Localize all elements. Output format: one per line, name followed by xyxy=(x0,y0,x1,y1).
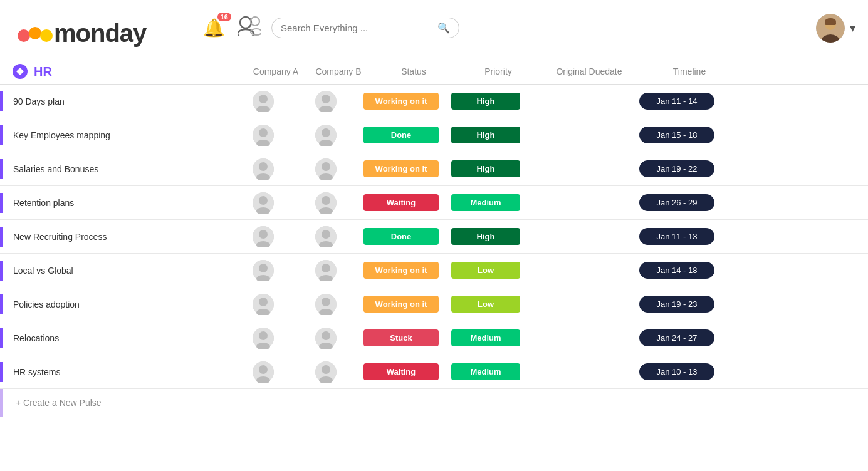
priority-badge-6: Low xyxy=(451,296,520,313)
cell-company-b-7[interactable] xyxy=(295,328,357,349)
col-header-duedate: Original Duedate xyxy=(539,66,639,76)
cell-company-a-3[interactable] xyxy=(232,192,295,214)
board-type-icon xyxy=(15,66,25,76)
cell-company-b-2[interactable] xyxy=(295,158,357,180)
col-header-company-b: Company B xyxy=(307,66,370,76)
cell-status-7[interactable]: Stuck xyxy=(357,329,445,346)
cell-timeline-1[interactable]: Jan 15 - 18 xyxy=(627,127,727,143)
cell-company-b-6[interactable] xyxy=(295,294,357,315)
svg-point-39 xyxy=(259,230,268,239)
cell-timeline-8[interactable]: Jan 10 - 13 xyxy=(627,363,727,380)
svg-point-45 xyxy=(259,264,268,272)
person-avatar-a-2 xyxy=(253,158,274,180)
cell-company-a-8[interactable] xyxy=(232,361,295,383)
cell-status-0[interactable]: Working on it xyxy=(357,93,445,110)
timeline-badge-8: Jan 10 - 13 xyxy=(639,363,714,380)
cell-status-2[interactable]: Working on it xyxy=(357,160,445,177)
cell-priority-7[interactable]: Medium xyxy=(445,329,526,346)
cell-status-6[interactable]: Working on it xyxy=(357,296,445,313)
status-badge-5: Working on it xyxy=(363,262,439,279)
cell-company-b-4[interactable] xyxy=(295,226,357,247)
cell-company-a-6[interactable] xyxy=(232,294,295,315)
cell-priority-6[interactable]: Low xyxy=(445,296,526,313)
cell-company-a-0[interactable] xyxy=(232,91,295,112)
cell-status-8[interactable]: Waiting xyxy=(357,363,445,380)
table-row[interactable]: New Recruiting Process Done High xyxy=(0,220,868,254)
cell-status-3[interactable]: Waiting xyxy=(357,194,445,211)
cell-priority-1[interactable]: High xyxy=(445,127,526,143)
status-badge-6: Working on it xyxy=(363,296,439,313)
board-container: HR Company A Company B Status Priority O… xyxy=(0,56,868,417)
person-avatar-b-6 xyxy=(315,294,337,315)
timeline-badge-4: Jan 11 - 13 xyxy=(639,228,714,245)
table-row[interactable]: Relocations Stuck Medium xyxy=(0,321,868,355)
table-row[interactable]: Key Employees mapping Done High xyxy=(0,118,868,152)
create-pulse-label[interactable]: + Create a New Pulse xyxy=(16,398,102,408)
cell-timeline-4[interactable]: Jan 11 - 13 xyxy=(627,228,727,245)
cell-priority-8[interactable]: Medium xyxy=(445,363,526,380)
cell-company-a-1[interactable] xyxy=(232,125,295,146)
column-headers: Company A Company B Status Priority Orig… xyxy=(244,66,868,76)
cell-priority-3[interactable]: Medium xyxy=(445,194,526,211)
table-row[interactable]: Local vs Global Working on it Low xyxy=(0,254,868,287)
user-dropdown-arrow[interactable]: ▾ xyxy=(850,21,855,35)
cell-status-5[interactable]: Working on it xyxy=(357,262,445,279)
notification-button[interactable]: 🔔 16 xyxy=(201,15,227,41)
cell-status-1[interactable]: Done xyxy=(357,127,445,143)
table-row[interactable]: HR systems Waiting Medium xyxy=(0,355,868,389)
svg-point-4 xyxy=(240,17,251,28)
cell-status-4[interactable]: Done xyxy=(357,228,445,245)
cell-timeline-6[interactable]: Jan 19 - 23 xyxy=(627,296,727,313)
status-badge-4: Done xyxy=(363,228,439,245)
person-avatar-b-7 xyxy=(315,328,337,349)
col-header-status: Status xyxy=(370,66,458,76)
person-avatar-a-0 xyxy=(253,91,274,112)
user-avatar[interactable] xyxy=(816,14,845,43)
cell-priority-5[interactable]: Low xyxy=(445,262,526,279)
cell-company-a-4[interactable] xyxy=(232,226,295,247)
person-avatar-b-8 xyxy=(315,361,337,383)
svg-point-51 xyxy=(259,298,268,306)
svg-point-2 xyxy=(40,29,53,42)
table-row[interactable]: Retention plans Waiting Medium xyxy=(0,186,868,220)
person-avatar-a-3 xyxy=(253,192,274,214)
person-avatar-b-0 xyxy=(315,91,337,112)
task-name-4: New Recruiting Process xyxy=(11,227,232,247)
board-title: HR xyxy=(34,65,52,79)
team-icon xyxy=(238,15,261,36)
cell-timeline-2[interactable]: Jan 19 - 22 xyxy=(627,160,727,177)
cell-company-a-2[interactable] xyxy=(232,158,295,180)
avatar-image xyxy=(816,14,845,43)
search-input[interactable] xyxy=(281,23,432,33)
cell-priority-0[interactable]: High xyxy=(445,93,526,110)
cell-priority-2[interactable]: High xyxy=(445,160,526,177)
cell-timeline-7[interactable]: Jan 24 - 27 xyxy=(627,329,727,346)
row-color-bar xyxy=(0,91,3,111)
cell-timeline-3[interactable]: Jan 26 - 29 xyxy=(627,194,727,211)
task-name-3: Retention plans xyxy=(11,193,232,213)
person-avatar-a-7 xyxy=(253,328,274,349)
row-color-bar xyxy=(0,227,3,247)
cell-timeline-5[interactable]: Jan 14 - 18 xyxy=(627,262,727,279)
task-name-1: Key Employees mapping xyxy=(11,125,232,145)
cell-timeline-0[interactable]: Jan 11 - 14 xyxy=(627,93,727,110)
timeline-badge-0: Jan 11 - 14 xyxy=(639,93,714,110)
table-row[interactable]: Policies adoption Working on it L xyxy=(0,287,868,321)
cell-company-b-8[interactable] xyxy=(295,361,357,383)
cell-company-b-1[interactable] xyxy=(295,125,357,146)
svg-point-66 xyxy=(322,365,330,374)
cell-company-b-3[interactable] xyxy=(295,192,357,214)
cell-company-a-7[interactable] xyxy=(232,328,295,349)
cell-priority-4[interactable]: High xyxy=(445,228,526,245)
team-button[interactable] xyxy=(238,15,261,41)
search-bar[interactable]: 🔍 xyxy=(271,18,459,38)
row-cells-4: Done High Jan 11 - 13 xyxy=(232,226,868,247)
create-row[interactable]: + Create a New Pulse xyxy=(0,389,868,417)
cell-company-b-5[interactable] xyxy=(295,260,357,281)
table-row[interactable]: Salaries and Bonuses Working on it xyxy=(0,152,868,186)
cell-company-a-5[interactable] xyxy=(232,260,295,281)
task-name-8: HR systems xyxy=(11,362,232,382)
svg-point-63 xyxy=(259,365,268,374)
table-row[interactable]: 90 Days plan Working on it High xyxy=(0,85,868,118)
cell-company-b-0[interactable] xyxy=(295,91,357,112)
